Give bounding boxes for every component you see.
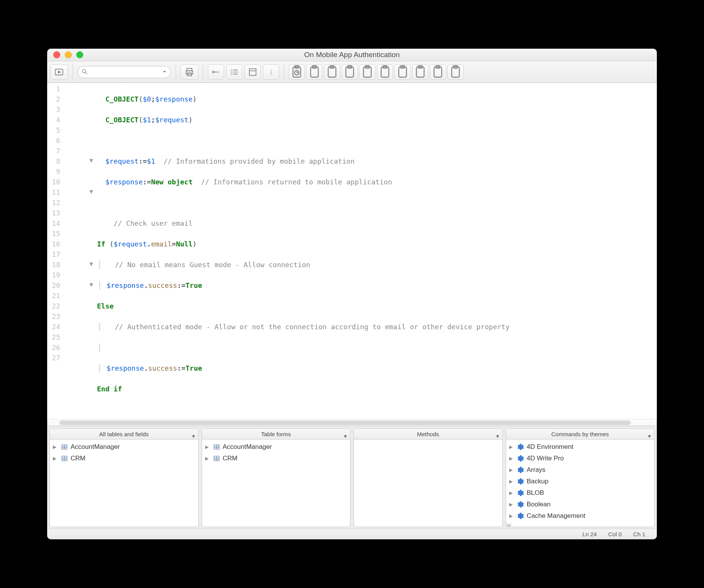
status-column: Col 0 <box>608 531 622 537</box>
forms-panel-header[interactable]: Table forms ▾ <box>202 429 350 440</box>
commands-panel: Commands by themes ▾ ▶4D Environment▶4D … <box>506 429 655 527</box>
clipboard-history-button[interactable] <box>289 64 305 80</box>
toolbar: i <box>47 61 657 83</box>
status-bar: Ln 24 Col 0 Ch 1 <box>47 529 657 539</box>
tree-item[interactable]: ▶Arrays <box>507 464 654 476</box>
disclosure-triangle-icon[interactable]: ▶ <box>509 502 515 507</box>
gear-icon <box>517 466 525 474</box>
status-char: Ch 1 <box>633 531 645 537</box>
gear-icon <box>517 455 525 462</box>
svg-line-2 <box>86 72 87 74</box>
fold-toggle[interactable]: ▼ <box>89 279 94 290</box>
tables-panel-title: All tables and fields <box>99 431 149 437</box>
disclosure-triangle-icon[interactable]: ▶ <box>53 444 58 450</box>
commands-panel-header[interactable]: Commands by themes ▾ <box>506 429 655 440</box>
status-line: Ln 24 <box>582 531 597 537</box>
methods-panel-title: Methods <box>417 431 439 437</box>
tree-item-label: Backup <box>527 478 549 485</box>
svg-rect-3 <box>187 68 192 71</box>
editor-window: On Mobile App Authentication <box>47 49 657 539</box>
search-field-wrap <box>77 66 171 78</box>
disclosure-triangle-icon[interactable]: ▶ <box>509 467 515 473</box>
tree-item-label: AccountManager <box>71 443 120 451</box>
methods-panel: Methods ▾ <box>354 429 503 527</box>
tree-item[interactable]: ▶ CRM <box>203 453 350 464</box>
tree-item[interactable]: ▶ AccountManager <box>51 441 197 453</box>
disclosure-triangle-icon[interactable]: ▶ <box>509 444 515 450</box>
disclosure-triangle-icon[interactable]: ▶ <box>509 513 515 519</box>
clipboard-3-button[interactable] <box>342 64 358 80</box>
fold-toggle[interactable]: ▼ <box>89 186 94 197</box>
search-icon <box>81 68 88 76</box>
methods-panel-header[interactable]: Methods ▾ <box>354 429 502 440</box>
tree-item[interactable]: ▶Backup <box>507 476 654 487</box>
print-button[interactable] <box>181 64 198 80</box>
info-button[interactable]: i <box>263 64 279 80</box>
clipboard-6-button[interactable] <box>395 64 411 80</box>
window-close-button[interactable] <box>53 51 60 58</box>
tree-item-label: BLOB <box>527 489 544 497</box>
tree-item-label: CRM <box>71 455 86 462</box>
editor-horizontal-scrollbar[interactable] <box>48 419 656 426</box>
svg-point-1 <box>82 69 86 73</box>
tables-panel: All tables and fields ▾ ▶ AccountManager… <box>49 429 199 527</box>
gear-icon <box>517 478 525 485</box>
window-minimize-button[interactable] <box>65 51 72 58</box>
dropdown-caret-icon[interactable]: ▾ <box>496 433 499 440</box>
tree-item[interactable]: ▶ AccountManager <box>203 441 350 453</box>
tree-item[interactable]: ▶ CRM <box>51 453 197 464</box>
gear-icon <box>517 443 525 451</box>
search-input[interactable] <box>77 66 171 78</box>
svg-point-6 <box>212 71 214 72</box>
dropdown-caret-icon[interactable]: ▾ <box>648 433 651 440</box>
disclosure-triangle-icon[interactable]: ▶ <box>509 490 515 496</box>
gear-icon <box>517 501 525 508</box>
fold-column: ▼ ▼ ▼ ▼ <box>63 83 97 419</box>
clipboard-5-button[interactable] <box>377 64 393 80</box>
indent-button[interactable] <box>226 64 242 80</box>
table-icon <box>213 443 220 451</box>
table-icon <box>61 455 68 462</box>
window-title: On Mobile App Authentication <box>47 51 657 59</box>
gear-icon <box>517 489 525 497</box>
gear-icon <box>517 512 525 520</box>
commands-scrollbar[interactable] <box>506 523 512 527</box>
tree-item[interactable]: ▶BLOB <box>507 487 654 499</box>
tree-item-label: Arrays <box>527 466 546 474</box>
fold-toggle[interactable]: ▼ <box>89 259 94 269</box>
clipboard-2-button[interactable] <box>324 64 340 80</box>
fold-toggle[interactable]: ▼ <box>89 155 94 166</box>
disclosure-triangle-icon[interactable]: ▶ <box>53 456 58 461</box>
disclosure-triangle-icon[interactable]: ▶ <box>205 456 211 461</box>
step-button[interactable] <box>208 64 224 80</box>
tree-item[interactable]: ▶Cache Management <box>507 510 654 522</box>
run-method-button[interactable] <box>50 64 68 80</box>
clipboard-8-button[interactable] <box>430 64 446 80</box>
clipboard-7-button[interactable] <box>412 64 428 80</box>
clipboard-group <box>289 64 464 80</box>
tree-item[interactable]: ▶4D Environment <box>507 441 654 453</box>
code-editor[interactable]: 1234567891011121314151617181920212223242… <box>47 83 657 419</box>
forms-panel-title: Table forms <box>261 431 291 437</box>
tree-item[interactable]: ▶Boolean <box>507 499 654 510</box>
dropdown-caret-icon[interactable]: ▾ <box>192 433 195 440</box>
disclosure-triangle-icon[interactable]: ▶ <box>509 479 515 484</box>
search-history-chevron-icon[interactable] <box>162 69 167 76</box>
tree-item[interactable]: ▶4D Write Pro <box>507 453 654 464</box>
bottom-panels: All tables and fields ▾ ▶ AccountManager… <box>47 426 657 529</box>
dropdown-caret-icon[interactable]: ▾ <box>344 433 347 440</box>
tree-item-label: Cache Management <box>527 512 586 520</box>
clipboard-1-button[interactable] <box>306 64 322 80</box>
titlebar: On Mobile App Authentication <box>47 49 657 61</box>
tables-panel-header[interactable]: All tables and fields ▾ <box>50 429 198 440</box>
forms-panel: Table forms ▾ ▶ AccountManager ▶ CRM <box>202 429 351 527</box>
window-layout-button[interactable] <box>245 64 261 80</box>
window-zoom-button[interactable] <box>76 51 83 58</box>
disclosure-triangle-icon[interactable]: ▶ <box>205 444 211 450</box>
line-number-gutter: 1234567891011121314151617181920212223242… <box>47 83 63 419</box>
clipboard-4-button[interactable] <box>359 64 375 80</box>
clipboard-9-button[interactable] <box>447 64 464 80</box>
disclosure-triangle-icon[interactable]: ▶ <box>509 456 515 461</box>
svg-rect-14 <box>249 69 256 75</box>
code-area[interactable]: C_OBJECT($0;$response) C_OBJECT($1;$requ… <box>97 83 657 419</box>
